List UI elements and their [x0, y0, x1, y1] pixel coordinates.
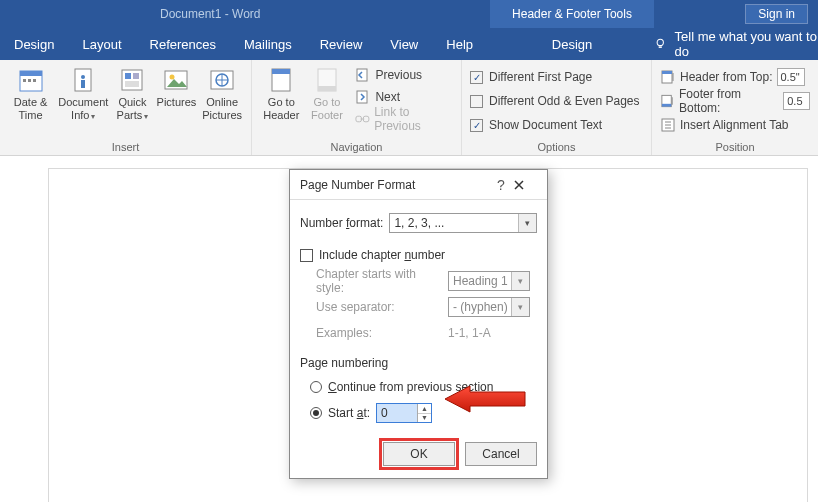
svg-rect-2 [20, 71, 42, 76]
svg-rect-12 [125, 81, 139, 87]
insert-alignment-tab-button[interactable]: Insert Alignment Tab [660, 114, 789, 136]
svg-rect-4 [28, 79, 31, 82]
separator-label: Use separator: [316, 300, 442, 314]
goto-header-button[interactable]: Go toHeader [260, 64, 303, 121]
group-insert: Date &Time DocumentInfo QuickParts Pictu… [0, 60, 252, 155]
checkbox-icon: ✓ [470, 71, 483, 84]
contextual-tab-label: Header & Footer Tools [490, 0, 654, 28]
group-options-label: Options [470, 141, 643, 155]
tell-me-label: Tell me what you want to do [675, 29, 818, 59]
checkbox-icon: ✓ [470, 119, 483, 132]
svg-rect-10 [125, 73, 131, 79]
chapter-style-combo: Heading 1 ▾ [448, 271, 530, 291]
document-title: Document1 - Word [160, 7, 260, 21]
footer-from-bottom-label: Footer from Bottom: [679, 87, 779, 115]
examples-value: 1-1, 1-A [448, 326, 491, 340]
tab-mailings[interactable]: Mailings [230, 28, 306, 60]
include-chapter-checkbox[interactable] [300, 249, 313, 262]
group-navigation: Go toHeader Go toFooter Previous Next Li… [252, 60, 462, 155]
goto-footer-icon [313, 66, 341, 94]
separator-value: - (hyphen) [453, 300, 508, 314]
cancel-button[interactable]: Cancel [465, 442, 537, 466]
number-format-label: Number format: [300, 216, 383, 230]
goto-header-icon [267, 66, 295, 94]
group-position-label: Position [660, 141, 810, 155]
svg-point-0 [657, 39, 663, 45]
svg-rect-5 [33, 79, 36, 82]
ribbon-body: Date &Time DocumentInfo QuickParts Pictu… [0, 60, 818, 156]
lightbulb-icon [654, 37, 667, 51]
close-button[interactable] [513, 179, 537, 191]
quick-parts-icon [118, 66, 146, 94]
online-pictures-button[interactable]: OnlinePictures [201, 64, 243, 121]
svg-rect-28 [662, 104, 671, 107]
examples-label: Examples: [316, 326, 442, 340]
quick-parts-label: QuickParts [117, 96, 149, 121]
footer-position-icon [660, 93, 675, 109]
spinner-buttons[interactable]: ▲▼ [417, 404, 431, 422]
document-info-button[interactable]: DocumentInfo [57, 64, 109, 121]
quick-parts-button[interactable]: QuickParts [113, 64, 151, 121]
previous-button[interactable]: Previous [355, 64, 453, 86]
different-first-page-label: Different First Page [489, 70, 592, 84]
goto-footer-button: Go toFooter [307, 64, 348, 121]
group-navigation-label: Navigation [260, 141, 453, 155]
svg-rect-26 [662, 71, 672, 74]
header-from-top-row[interactable]: Header from Top: 0.5" [660, 66, 805, 88]
tab-layout[interactable]: Layout [68, 28, 135, 60]
sign-in-button[interactable]: Sign in [745, 4, 808, 24]
start-at-value: 0 [377, 404, 417, 422]
include-chapter-label: Include chapter number [319, 248, 445, 262]
show-document-text-label: Show Document Text [489, 118, 602, 132]
number-format-combo[interactable]: 1, 2, 3, ... ▾ [389, 213, 537, 233]
svg-rect-20 [318, 86, 336, 91]
tab-hf-design[interactable]: Design [490, 28, 654, 60]
chevron-down-icon: ▾ [511, 272, 529, 290]
separator-combo: - (hyphen) ▾ [448, 297, 530, 317]
svg-rect-3 [23, 79, 26, 82]
chapter-style-label: Chapter starts with style: [316, 267, 442, 295]
start-at-radio[interactable] [310, 407, 322, 419]
date-time-button[interactable]: Date &Time [8, 64, 53, 121]
chevron-down-icon: ▾ [511, 298, 529, 316]
help-button[interactable]: ? [489, 177, 513, 193]
group-options: ✓ Different First Page Different Odd & E… [462, 60, 652, 155]
ok-button[interactable]: OK [383, 442, 455, 466]
tab-design[interactable]: Design [0, 28, 68, 60]
alignment-tab-icon [660, 117, 676, 133]
tab-help[interactable]: Help [432, 28, 487, 60]
group-position: Header from Top: 0.5" Footer from Bottom… [652, 60, 818, 155]
start-at-label: Start at: [328, 406, 370, 420]
online-pictures-icon [208, 66, 236, 94]
footer-from-bottom-row[interactable]: Footer from Bottom: 0.5 [660, 90, 810, 112]
continue-label: Continue from previous section [328, 380, 493, 394]
svg-rect-18 [272, 69, 290, 74]
footer-from-bottom-value[interactable]: 0.5 [783, 92, 810, 110]
tab-view[interactable]: View [376, 28, 432, 60]
goto-footer-label: Go toFooter [311, 96, 343, 121]
group-insert-label: Insert [8, 141, 243, 155]
start-at-spinner[interactable]: 0 ▲▼ [376, 403, 432, 423]
tab-references[interactable]: References [136, 28, 230, 60]
insert-alignment-tab-label: Insert Alignment Tab [680, 118, 789, 132]
header-position-icon [660, 69, 676, 85]
svg-point-14 [170, 75, 175, 80]
pictures-button[interactable]: Pictures [156, 64, 198, 109]
date-time-label: Date &Time [14, 96, 48, 121]
svg-rect-11 [133, 73, 139, 79]
page-number-format-dialog: Page Number Format ? Number format: 1, 2… [289, 169, 548, 479]
document-info-label: DocumentInfo [58, 96, 108, 121]
online-pictures-label: OnlinePictures [202, 96, 242, 121]
link-previous-button: Link to Previous [355, 108, 453, 130]
show-document-text-checkbox[interactable]: ✓ Show Document Text [470, 114, 602, 136]
continue-radio[interactable] [310, 381, 322, 393]
goto-header-label: Go toHeader [263, 96, 299, 121]
different-odd-even-checkbox[interactable]: Different Odd & Even Pages [470, 90, 640, 112]
svg-point-7 [81, 75, 85, 79]
tab-review[interactable]: Review [306, 28, 377, 60]
different-first-page-checkbox[interactable]: ✓ Different First Page [470, 66, 592, 88]
tell-me-search[interactable]: Tell me what you want to do [654, 29, 818, 59]
close-icon [513, 179, 525, 191]
header-from-top-value[interactable]: 0.5" [777, 68, 805, 86]
pictures-label: Pictures [157, 96, 197, 109]
